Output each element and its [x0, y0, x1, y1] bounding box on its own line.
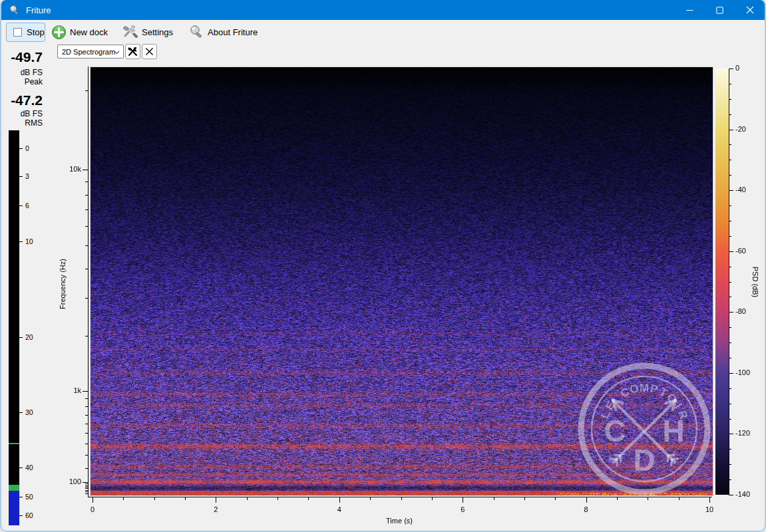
level-meter-scale: 036102030405060	[19, 130, 46, 525]
titlebar: Friture	[1, 0, 765, 20]
meter-tick-label: 20	[25, 333, 33, 341]
minimize-icon	[686, 7, 693, 14]
meter-tick	[19, 497, 23, 497]
meter-tick	[19, 241, 23, 242]
new-dock-plus-icon	[51, 25, 67, 40]
frequency-axis-title: Frequency (Hz)	[59, 259, 67, 309]
meter-tick-label: 10	[25, 237, 33, 245]
app-window: Friture Stop New dock	[0, 0, 766, 532]
dock-type-select[interactable]: 2D Spectrogram	[57, 45, 124, 59]
time-tick-label: 6	[456, 505, 469, 513]
psd-tick-label: -80	[735, 307, 746, 315]
time-tick-label: 10	[703, 505, 716, 513]
stop-label: Stop	[27, 27, 45, 37]
meter-tick-label: 40	[25, 464, 33, 471]
dock-type-value: 2D Spectrogram	[62, 48, 115, 56]
meter-tick-label: 3	[25, 172, 29, 180]
psd-colorbar	[715, 68, 729, 495]
stop-checkbox[interactable]	[13, 28, 22, 37]
dock-tools-icon	[128, 47, 138, 57]
peak-level-value: -49.7	[1, 49, 43, 65]
about-label: About Friture	[208, 27, 258, 37]
close-icon	[746, 6, 754, 14]
dock-settings-button[interactable]	[125, 44, 140, 59]
meter-tick-label: 30	[25, 408, 33, 416]
rms-level-value: -47.2	[1, 92, 43, 108]
meter-segment	[9, 491, 19, 525]
meter-tick	[19, 337, 23, 338]
time-tick-label: 8	[580, 505, 593, 513]
psd-tick-label: -120	[735, 429, 750, 437]
dock-close-button[interactable]	[142, 44, 157, 59]
freq-tick-label: 1k	[65, 386, 81, 394]
window-controls	[675, 0, 765, 20]
meter-tick-label: 60	[25, 511, 33, 519]
meter-tick-label: 50	[25, 493, 33, 501]
maximize-button[interactable]	[705, 0, 735, 20]
new-dock-label: New dock	[70, 27, 108, 37]
meter-tick-label: 6	[25, 201, 29, 209]
settings-button[interactable]: Settings	[118, 22, 177, 42]
meter-peak-marker	[9, 443, 19, 444]
chevron-down-icon	[114, 51, 120, 55]
time-tick-label: 4	[333, 505, 346, 513]
about-button[interactable]: About Friture	[185, 22, 262, 43]
psd-tick-label: -140	[735, 490, 750, 498]
dock-close-icon	[145, 47, 154, 56]
time-tick-label: 0	[86, 505, 99, 513]
psd-tick-label: -40	[735, 186, 746, 194]
meter-tick	[19, 176, 23, 177]
toolbar: Stop New dock Settings	[1, 20, 765, 44]
level-meter-bar	[9, 130, 19, 525]
minimize-button[interactable]	[675, 0, 705, 20]
meter-tick-label: 0	[25, 144, 29, 152]
new-dock-button[interactable]: New dock	[47, 22, 112, 43]
about-microphone-icon	[189, 25, 204, 40]
freq-tick-label: 100	[65, 477, 81, 485]
meter-tick	[19, 412, 23, 413]
meter-tick	[19, 205, 23, 206]
rms-level-unit: dB FS	[1, 110, 43, 119]
stop-toggle-button[interactable]: Stop	[6, 23, 45, 42]
meter-tick	[19, 467, 23, 468]
close-button[interactable]	[735, 0, 765, 20]
maximize-icon	[716, 7, 723, 14]
peak-level-unit: dB FS	[1, 68, 43, 78]
settings-tools-icon	[122, 25, 138, 39]
psd-axis-title: PSD (dB)	[751, 267, 759, 297]
peak-level-label: Peak	[1, 78, 43, 87]
rms-level-label: RMS	[1, 119, 43, 128]
meter-segment	[9, 485, 19, 491]
time-axis-title: Time (s)	[386, 517, 413, 525]
psd-tick-label: -60	[735, 247, 746, 255]
psd-tick-label: -20	[735, 125, 746, 133]
meter-tick	[19, 148, 23, 149]
psd-tick-label: 0	[735, 64, 739, 72]
window-title: Friture	[26, 5, 51, 15]
spectrogram-plot	[90, 66, 713, 496]
meter-tick	[19, 515, 23, 516]
app-microphone-icon	[9, 5, 20, 16]
freq-tick-label: 10k	[65, 165, 81, 173]
settings-label: Settings	[142, 27, 173, 37]
psd-tick-label: -100	[735, 368, 750, 376]
time-tick-label: 2	[209, 505, 222, 513]
